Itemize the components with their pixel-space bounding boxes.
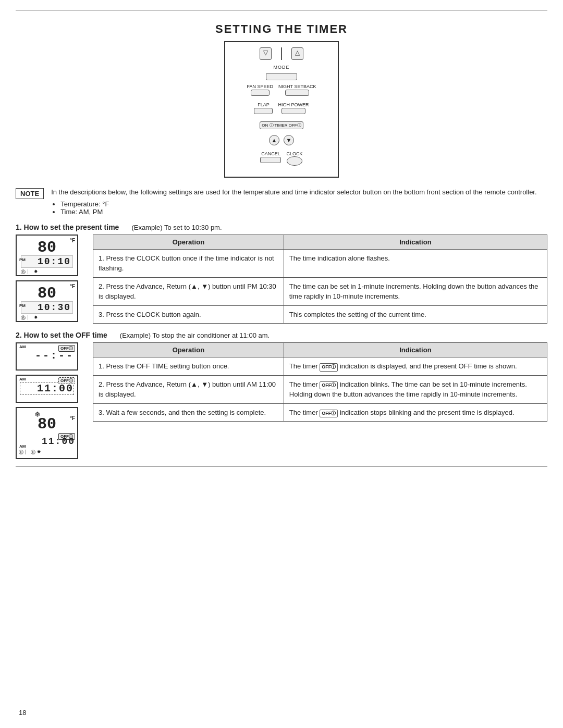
high-power-btn: [282, 108, 305, 114]
lcd1-icons: Ⓑ ⎸ ✸: [21, 269, 38, 276]
section2-op-header: Operation: [93, 343, 284, 357]
lcd-a: OFFⓘ AM --:--: [16, 342, 78, 371]
section1-example: (Example) To set to 10:30 pm.: [131, 223, 222, 231]
table-row: 3. Press the CLOCK button again. This co…: [93, 305, 547, 324]
section2-header: 2. How to set the OFF time (Example) To …: [16, 331, 547, 339]
section2-op1: 1. Press the OFF TIME setting button onc…: [93, 357, 284, 376]
section1-ind-header: Indication: [284, 235, 547, 249]
table-row: 2. Press the Advance, Return (▲, ▼) butt…: [93, 375, 547, 403]
top-nav-arrows: ▽ △: [260, 47, 303, 60]
lcd2-time: 10:30: [21, 301, 73, 314]
table-row: 2. Press the Advance, Return (▲, ▼) butt…: [93, 277, 547, 305]
lcd1-temp: 80: [21, 240, 73, 255]
clock-btn: [287, 156, 302, 166]
remote-body: ▽ △ MODE FAN SPEED NIGHT SETBACK FLAP: [224, 41, 339, 178]
lcd-c-am: AM: [19, 444, 26, 449]
lcd-c-icon1: Ⓑ: [19, 449, 23, 456]
lcd-c-icon4: ✸: [37, 449, 41, 456]
lcd2-sub: Ⓑ ⎸ ✸: [21, 315, 73, 322]
lcd-b-am: AM: [19, 377, 26, 381]
mode-btn: [266, 73, 297, 80]
lcd-b-badge: OFFⓘ: [58, 377, 75, 384]
table-row: 3. Wait a few seconds, and then the sett…: [93, 403, 547, 422]
flap-btn: [254, 108, 273, 114]
lcd-a-badge: OFFⓘ: [58, 345, 75, 352]
section1-info-table: Operation Indication 1. Press the CLOCK …: [93, 235, 547, 324]
note-label: NOTE: [16, 188, 44, 199]
bullet-time: Time: AM, PM: [60, 208, 536, 216]
section1-op3: 3. Press the CLOCK button again.: [93, 305, 284, 324]
down-btn: ▽: [260, 47, 272, 60]
cancel-clock-row: CANCEL CLOCK: [260, 151, 302, 167]
lcd1-icon1: Ⓑ: [21, 269, 26, 276]
section1-ind3: This completes the setting of the curren…: [284, 305, 547, 324]
fan-speed-label: FAN SPEED: [247, 84, 274, 89]
section2-ind3: The timer OFFⓘ indication stops blinking…: [284, 403, 547, 422]
section2-ind1: The timer OFFⓘ indication is displayed, …: [284, 357, 547, 376]
divider: [281, 47, 282, 60]
lcd-c-time: 11:00: [42, 436, 75, 447]
flap-label: FLAP: [254, 102, 273, 107]
table-row: 1. Press the CLOCK button once if the ti…: [93, 249, 547, 277]
lcd1-sub: Ⓑ ⎸ ✸: [21, 269, 73, 276]
section2-info-table: Operation Indication 1. Press the OFF TI…: [93, 342, 547, 422]
lcd2-icon1: Ⓑ: [21, 315, 26, 322]
off-badge-3: OFFⓘ: [320, 410, 338, 418]
lcd2-icon2: ⎸: [28, 315, 32, 322]
section2-op1-text: 1. Press the OFF TIME setting button onc…: [99, 362, 229, 370]
cancel-btn: [260, 157, 281, 163]
lcd-b: OFFⓘ AM 11:00: [16, 375, 78, 403]
lcd1: °F 80 PM 10:10 Ⓑ ⎸ ✸: [16, 235, 78, 276]
section2-lcd-diagrams: OFFⓘ AM --:-- OFFⓘ AM 11:00 ❄ 80 °F OFFⓘ…: [16, 342, 83, 459]
bottom-divider: [16, 466, 547, 467]
section1-table-section: °F 80 PM 10:10 Ⓑ ⎸ ✸ °F 80 PM 10:30 Ⓑ ⎸: [16, 235, 547, 324]
off-badge-1: OFFⓘ: [320, 363, 338, 372]
cancel-label: CANCEL: [260, 151, 281, 156]
flap-highpower-row: FLAP HIGH POWER: [254, 102, 309, 116]
lcd-c-icons: Ⓑ ⎸ Ⓑ ✸: [19, 449, 41, 456]
lcd-c-icon3: Ⓑ: [31, 449, 35, 456]
section2-ind2: The timer OFFⓘ indication blinks. The ti…: [284, 375, 547, 403]
section1-ind2: The time can be set in 1-minute incremen…: [284, 277, 547, 305]
lcd-c-snowflake: ❄: [34, 410, 41, 418]
lcd-c-f: °F: [70, 415, 75, 421]
on-timer-off-row: ON ⓘ TIMER OFFⓘ: [260, 121, 303, 129]
section1-title: 1. How to set the present time: [16, 223, 119, 231]
section2-example: (Example) To stop the air conditioner at…: [120, 331, 270, 339]
note-content: In the descriptions below, the following…: [51, 187, 536, 216]
lcd1-time: 10:10: [21, 255, 73, 268]
lcd-c-icon2: ⎸: [25, 449, 29, 456]
lcd2-temp: 80: [21, 286, 73, 301]
night-setback-label: NIGHT SETBACK: [278, 84, 316, 89]
page-title: SETTING THE TIMER: [0, 22, 563, 36]
bullet-temp: Temperature: °F: [60, 200, 536, 208]
lcd2-icons: Ⓑ ⎸ ✸: [21, 315, 38, 322]
lcd2-f: °F: [70, 283, 75, 289]
arrow-up-btn: ▲: [269, 135, 279, 145]
lcd-b-time: 11:00: [20, 382, 74, 395]
lcd1-pm: PM: [19, 257, 26, 262]
lcd1-f: °F: [70, 238, 75, 243]
top-border: [16, 10, 547, 11]
remote-diagram: ➜ ➜ ➜ ▽ △ MODE FAN SPEED NIGHT SETBACK: [0, 41, 563, 178]
section1-op1: 1. Press the CLOCK button once if the ti…: [93, 249, 284, 277]
table-row: 1. Press the OFF TIME setting button onc…: [93, 357, 547, 376]
lcd2: °F 80 PM 10:30 Ⓑ ⎸ ✸: [16, 280, 78, 322]
lcd2-pm: PM: [19, 303, 26, 308]
lcd2-icon3: ✸: [34, 315, 38, 322]
arrow-btns-row: ▲ ▼: [269, 135, 294, 145]
high-power-label: HIGH POWER: [278, 102, 309, 107]
section1-ind1: The time indication alone flashes.: [284, 249, 547, 277]
night-setback-btn: [285, 90, 309, 96]
note-section: NOTE In the descriptions below, the foll…: [16, 187, 547, 216]
up-btn: △: [291, 47, 303, 60]
section2-table-section: OFFⓘ AM --:-- OFFⓘ AM 11:00 ❄ 80 °F OFFⓘ…: [16, 342, 547, 459]
arrow-down-btn: ▼: [284, 135, 294, 145]
fan-speed-btn: [251, 90, 270, 96]
lcd1-icon3: ✸: [34, 269, 38, 276]
section2-ind-header: Indication: [284, 343, 547, 357]
page-number: 18: [19, 709, 26, 717]
mode-label: MODE: [274, 65, 290, 70]
section2-op3: 3. Wait a few seconds, and then the sett…: [93, 403, 284, 422]
on-timer-btn: ON ⓘ TIMER OFFⓘ: [260, 121, 303, 129]
